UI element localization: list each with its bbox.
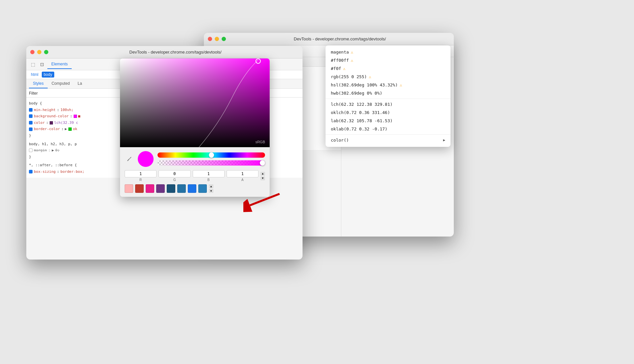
- format-hwb[interactable]: hwb(302.69deg 0% 0%): [326, 89, 451, 97]
- tab-styles-front[interactable]: Styles: [29, 79, 48, 88]
- swatch-1[interactable]: [125, 184, 133, 193]
- format-oklab[interactable]: oklab(0.72 0.32 -0.17): [326, 125, 451, 133]
- css-val-minheight: 100vh;: [61, 107, 74, 113]
- rgba-label-r: R: [139, 178, 142, 182]
- inspect-icon-front[interactable]: ⬚: [29, 60, 37, 68]
- alpha-thumb[interactable]: [260, 160, 265, 166]
- format-magenta[interactable]: magenta ⚠: [326, 48, 451, 56]
- color-circle-preview: [138, 151, 154, 167]
- css-val-color: lch(32.39 c: [54, 120, 78, 126]
- format-divider-2: [326, 134, 451, 135]
- checkbox-color[interactable]: [29, 121, 33, 125]
- sliders-column: [158, 152, 265, 166]
- breadcrumb-html[interactable]: html: [29, 72, 40, 78]
- bgcolor-swatch[interactable]: [74, 115, 77, 118]
- maximize-button-back[interactable]: [222, 37, 226, 41]
- checkbox-bgcolor[interactable]: [29, 114, 33, 118]
- window-buttons-front[interactable]: [30, 50, 48, 54]
- maximize-button-front[interactable]: [44, 50, 48, 54]
- rgba-up-button[interactable]: ▲: [260, 172, 265, 176]
- rgba-input-a[interactable]: 1: [227, 170, 258, 177]
- format-lch[interactable]: lch(62.32 122.38 329.81): [326, 100, 451, 108]
- swatch-7[interactable]: [188, 184, 196, 193]
- checkbox-boxsizing[interactable]: [29, 170, 33, 173]
- css-val-margin: 0;: [55, 148, 60, 153]
- swatch-2[interactable]: [135, 184, 144, 193]
- css-colon-bordercolor: :: [61, 126, 63, 132]
- color-format-popup: magenta ⚠ #ff00ff ⚠ #f0f ⚠ rgb(255 0 255…: [326, 45, 451, 147]
- format-color-arrow-icon: ▶: [443, 138, 445, 142]
- css-prop-bgcolor: background-color: [34, 113, 69, 119]
- format-hsl-label: hsl(302.69deg 100% 43.32%): [331, 82, 398, 87]
- swatch-3[interactable]: [146, 184, 154, 193]
- checkbox-margin[interactable]: [29, 148, 33, 152]
- format-hsl[interactable]: hsl(302.69deg 100% 43.32%) ⚠: [326, 81, 451, 89]
- css-colon-minheight: :: [57, 107, 59, 113]
- rgba-down-button[interactable]: ▼: [260, 176, 265, 180]
- format-hsl-warning: ⚠: [400, 83, 402, 87]
- rgba-label-a: A: [241, 178, 244, 182]
- format-lab[interactable]: lab(62.32 105.78 -61.53): [326, 117, 451, 125]
- css-triangle-bordercolor: ▶: [65, 126, 67, 132]
- format-f0f-label: #f0f: [331, 66, 341, 71]
- swatch-row: ▲ ▼: [125, 184, 265, 193]
- rgba-input-r[interactable]: 1: [125, 170, 157, 177]
- format-color-fn[interactable]: color() ▶: [326, 136, 451, 144]
- svg-rect-3: [128, 160, 128, 161]
- format-f0f[interactable]: #f0f ⚠: [326, 64, 451, 73]
- close-button-front[interactable]: [30, 50, 35, 54]
- css-colon-bgcolor: :: [70, 113, 72, 119]
- window-title-front: DevTools - developer.chrome.com/tags/dev…: [52, 50, 299, 55]
- minimize-button-front[interactable]: [37, 50, 41, 54]
- rgba-input-g[interactable]: 0: [158, 170, 190, 177]
- bordercolor-swatch[interactable]: [68, 127, 72, 131]
- color-gradient-area[interactable]: sRGB: [120, 58, 270, 147]
- checkbox-bordercolor[interactable]: [29, 127, 33, 131]
- css-prop-color: color: [34, 120, 45, 126]
- format-rgb-label: rgb(255 0 255): [331, 74, 367, 79]
- rgba-field-a: 1 A: [227, 170, 258, 182]
- format-rgb-warning: ⚠: [369, 75, 371, 79]
- format-oklch[interactable]: oklch(0.72 0.36 331.46): [326, 108, 451, 117]
- rgba-input-b[interactable]: 1: [193, 170, 225, 177]
- swatch-6[interactable]: [177, 184, 186, 193]
- tab-computed-front[interactable]: Computed: [48, 79, 74, 88]
- close-button-back[interactable]: [208, 37, 212, 41]
- format-rgb[interactable]: rgb(255 0 255) ⚠: [326, 73, 451, 81]
- window-buttons-back[interactable]: [208, 37, 226, 41]
- checkbox-minheight[interactable]: [29, 108, 33, 112]
- swatch-5[interactable]: [167, 184, 175, 193]
- tab-elements-front[interactable]: Elements: [47, 60, 72, 69]
- breadcrumb-body[interactable]: body: [42, 72, 54, 78]
- css-colon-boxsizing: :: [57, 169, 59, 175]
- picker-controls: 1 R 0 G 1 B 1 A ▲ ▼: [120, 147, 270, 197]
- responsive-icon-front[interactable]: ⊡: [38, 60, 46, 68]
- color-picker-popup: sRGB: [120, 58, 270, 197]
- rgba-field-g: 0 G: [158, 170, 190, 182]
- color-preview-row: [125, 151, 265, 167]
- swatch-up-button[interactable]: ▲: [209, 184, 213, 188]
- css-val-bgcolor: ■: [78, 113, 81, 119]
- swatch-4[interactable]: [156, 184, 165, 193]
- hue-thumb[interactable]: [209, 152, 214, 158]
- format-ff00ff-label: #ff00ff: [331, 58, 349, 63]
- swatch-8[interactable]: [198, 184, 207, 193]
- eyedropper-button[interactable]: [125, 154, 134, 164]
- alpha-slider[interactable]: [158, 160, 265, 166]
- eyedropper-icon: [127, 156, 132, 162]
- format-lab-label: lab(62.32 105.78 -61.53): [331, 118, 393, 123]
- format-color-fn-label: color(): [331, 138, 349, 143]
- swatch-spinner-buttons: ▲ ▼: [209, 184, 213, 193]
- css-val-boxsizing: border-box;: [61, 169, 85, 175]
- css-close-body-h-text: }: [29, 154, 31, 160]
- titlebar-back: DevTools - developer.chrome.com/tags/dev…: [204, 33, 454, 45]
- format-magenta-label: magenta: [331, 50, 349, 55]
- format-ff00ff[interactable]: #ff00ff ⚠: [326, 56, 451, 64]
- swatch-down-button[interactable]: ▼: [209, 189, 213, 193]
- color-swatch[interactable]: [50, 121, 53, 125]
- minimize-button-back[interactable]: [215, 37, 219, 41]
- hue-slider[interactable]: [158, 152, 265, 158]
- rgba-inputs: 1 R 0 G 1 B 1 A ▲ ▼: [125, 170, 265, 182]
- tab-layout-front[interactable]: La: [74, 79, 86, 88]
- css-prop-minheight: min-height: [34, 107, 56, 113]
